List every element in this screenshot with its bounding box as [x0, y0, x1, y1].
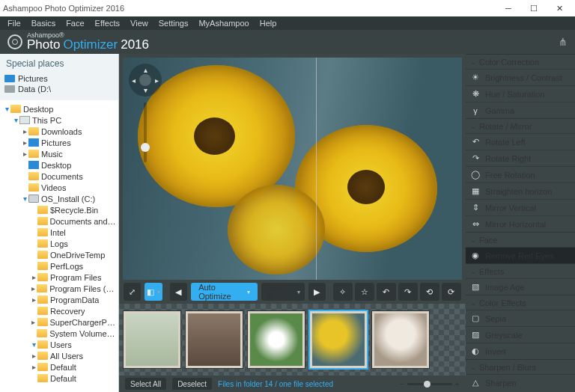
menu-basics[interactable]: Basics [27, 19, 60, 28]
expand-arrow-icon[interactable] [21, 127, 28, 135]
tree-node[interactable]: Program Files [3, 272, 117, 283]
fullscreen-button[interactable]: ⤢ [124, 283, 141, 301]
zoom-out-icon[interactable]: − [399, 379, 404, 388]
star-tool-icon[interactable]: ☆ [355, 283, 374, 301]
expand-arrow-icon[interactable] [21, 150, 28, 158]
undo-button[interactable]: ↶ [377, 283, 396, 301]
expand-arrow-icon[interactable] [30, 284, 37, 293]
expand-arrow-icon[interactable] [12, 116, 19, 124]
selection-tool-icon[interactable]: ✧ [333, 283, 353, 301]
panel-section-header[interactable]: ⌄Effects [466, 263, 575, 278]
tree-node[interactable]: Documents and Se [3, 215, 117, 227]
tree-node[interactable]: Downloads [3, 126, 117, 137]
panel-item[interactable]: ◯Free Rotation [466, 166, 575, 183]
tree-node[interactable]: Intel [3, 227, 117, 238]
tree-node[interactable]: Videos [3, 182, 117, 193]
tree-node[interactable]: Desktop [3, 103, 117, 114]
panel-item[interactable]: ↷Rotate Right [466, 150, 575, 166]
menu-help[interactable]: Help [255, 19, 282, 28]
next-image-button[interactable]: ▶ [308, 283, 326, 301]
menu-view[interactable]: View [126, 19, 153, 28]
prev-image-button[interactable]: ◀ [170, 283, 187, 301]
panel-item[interactable]: γGamma [466, 102, 575, 118]
tree-node[interactable]: Documents [3, 171, 117, 182]
filmstrip[interactable] [119, 304, 466, 376]
tree-node[interactable]: PerfLogs [3, 260, 117, 272]
tree-node[interactable]: SuperChargerProfil [3, 316, 117, 328]
menu-effects[interactable]: Effects [91, 19, 124, 28]
panel-item[interactable]: ❋Hue / Saturation [466, 85, 575, 102]
thumb-1[interactable] [123, 310, 181, 369]
tree-node[interactable]: $Recycle.Bin [3, 204, 117, 215]
pan-control[interactable]: ▴▾ ◂▸ [129, 64, 162, 97]
panel-item[interactable]: ⇔Mirror Horizontal [466, 215, 575, 232]
panel-item[interactable]: ☀Brightness / Contrast [466, 69, 575, 85]
panel-section-header[interactable]: ⌄Rotate / Mirror [466, 118, 575, 133]
expand-arrow-icon[interactable] [30, 363, 37, 371]
menu-settings[interactable]: Settings [154, 19, 193, 28]
close-button[interactable]: ✕ [547, 1, 572, 16]
tree-node[interactable]: System Volume Info [3, 328, 117, 339]
tree-node[interactable]: Logs [3, 238, 117, 249]
tree-node[interactable]: Program Files (x86) [3, 283, 117, 294]
menu-myashampoo[interactable]: MyAshampoo [194, 19, 253, 28]
panel-item[interactable]: ▢Sepia [466, 310, 575, 326]
tree-node[interactable]: Users [3, 339, 117, 350]
save-file-button[interactable]: Save file▾ [261, 283, 304, 301]
tree-node[interactable]: Desktop [3, 159, 117, 171]
tree-node[interactable]: Pictures [3, 137, 117, 148]
tree-node[interactable]: Recovery [3, 305, 117, 316]
zoom-track[interactable] [407, 383, 452, 385]
minimize-button[interactable]: ─ [496, 1, 521, 16]
panel-item[interactable]: ▨Greyscale [466, 326, 575, 343]
share-icon[interactable]: ⋔ [559, 36, 568, 48]
panel-section-header[interactable]: ⌄Sharpen / Blurs [466, 359, 575, 374]
panel-section-header[interactable]: ⌄Color Effects [466, 295, 575, 310]
panel-section-header[interactable]: ⌄Face [466, 232, 575, 247]
special-pictures[interactable]: Pictures [4, 73, 114, 84]
panel-item[interactable]: ⇕Mirror Vertical [466, 199, 575, 215]
select-all-button[interactable]: Select All [125, 378, 166, 390]
menu-face[interactable]: Face [61, 19, 88, 28]
tree-node[interactable]: This PC [3, 114, 117, 126]
tree-node[interactable]: All Users [3, 350, 117, 361]
image-preview[interactable]: ▴▾ ◂▸ [123, 58, 462, 280]
tree-node[interactable]: Default [3, 361, 117, 373]
expand-arrow-icon[interactable] [30, 318, 37, 326]
redo-button[interactable]: ↷ [398, 283, 418, 301]
expand-arrow-icon[interactable] [30, 340, 37, 349]
panel-item[interactable]: ▧Image Age [466, 278, 575, 295]
thumb-3[interactable] [247, 310, 305, 369]
expand-arrow-icon[interactable] [21, 195, 28, 203]
expand-arrow-icon[interactable] [3, 105, 10, 113]
maximize-button[interactable]: ☐ [521, 1, 547, 16]
tree-node[interactable]: OneDriveTemp [3, 249, 117, 260]
thumb-4-selected[interactable] [309, 310, 368, 369]
expand-arrow-icon[interactable] [30, 295, 37, 304]
folder-tree[interactable]: DesktopThis PCDownloadsPicturesMusicDesk… [0, 100, 118, 392]
zoom-in-icon[interactable]: + [455, 379, 460, 388]
tree-node[interactable]: Default [3, 373, 117, 384]
thumbnail-zoom[interactable]: − + [399, 379, 460, 388]
expand-arrow-icon[interactable] [21, 138, 28, 147]
panel-item[interactable]: ◐Invert [466, 343, 575, 359]
panel-item[interactable]: ▦Straighten horizon [466, 183, 575, 199]
zoom-slider-vertical[interactable] [144, 102, 147, 162]
compare-split-line[interactable] [316, 58, 317, 280]
auto-optimize-button[interactable]: Auto Optimize▾ [191, 283, 258, 301]
tree-node[interactable]: Music [3, 148, 117, 159]
revert-button[interactable]: ⟲ [420, 283, 439, 301]
compare-mode-button[interactable]: ◧▾ [144, 283, 162, 301]
tree-node[interactable]: ProgramData [3, 294, 117, 305]
thumb-5[interactable] [371, 310, 430, 369]
special-data-drive[interactable]: Data (D:\ [4, 84, 114, 94]
panel-item[interactable]: △Sharpen [466, 374, 575, 391]
refresh-button[interactable]: ⟳ [442, 283, 461, 301]
panel-item[interactable]: ◉Remove Red Eyes [466, 247, 575, 263]
menu-file[interactable]: File [3, 19, 25, 28]
panel-section-header[interactable]: ⌄Color Correction [466, 54, 575, 69]
deselect-button[interactable]: Deselect [172, 378, 212, 390]
thumb-2[interactable] [185, 310, 243, 369]
expand-arrow-icon[interactable] [30, 352, 37, 360]
expand-arrow-icon[interactable] [30, 273, 37, 281]
